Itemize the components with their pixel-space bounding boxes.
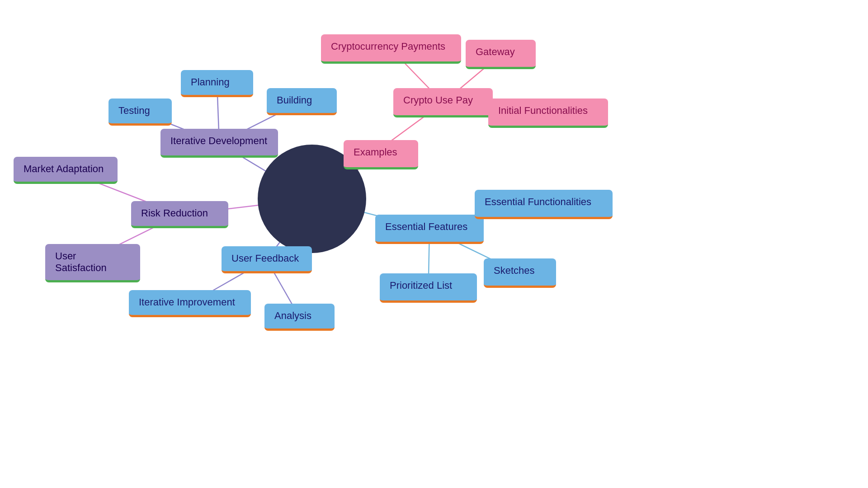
initial-functionalities: Initial Functionalities — [488, 99, 608, 128]
user-satisfaction: User Satisfaction — [45, 244, 140, 282]
analysis: Analysis — [264, 304, 335, 331]
risk-reduction: Risk Reduction — [131, 201, 228, 228]
iterative-dev: Iterative Development — [160, 129, 278, 158]
cryptocurrency-payments: Cryptocurrency Payments — [321, 34, 461, 64]
market-adaptation: Market Adaptation — [14, 157, 118, 184]
user-feedback: User Feedback — [222, 246, 312, 273]
crypto-use-pay: Crypto Use Pay — [393, 88, 493, 117]
essential-functionalities: Essential Functionalities — [475, 190, 613, 219]
examples: Examples — [344, 140, 418, 169]
planning: Planning — [181, 70, 253, 97]
building: Building — [267, 88, 337, 115]
gateway: Gateway — [466, 40, 536, 69]
testing: Testing — [108, 99, 172, 126]
prioritized-list: Prioritized List — [380, 273, 477, 303]
essential-features: Essential Features — [375, 215, 484, 244]
sketches: Sketches — [484, 258, 556, 288]
iterative-improvement: Iterative Improvement — [129, 290, 251, 317]
